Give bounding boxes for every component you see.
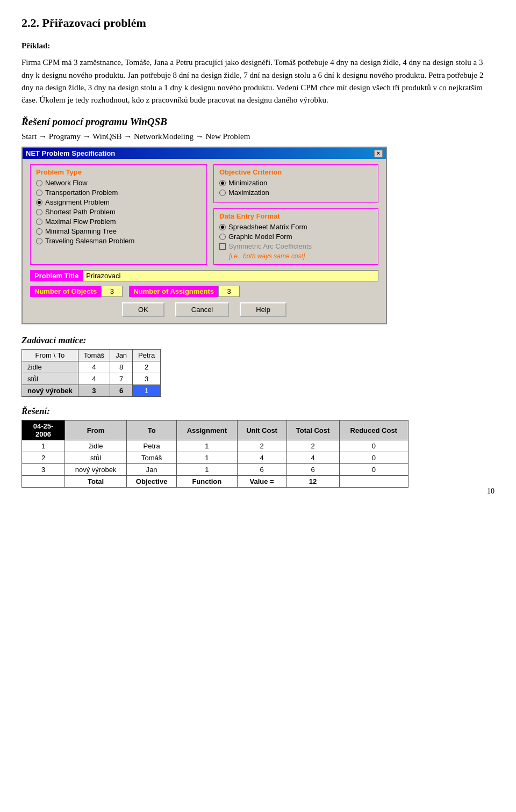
option-shortest-path[interactable]: Shortest Path Problem <box>36 208 201 216</box>
solution-col-total-cost: Total Cost <box>286 421 339 440</box>
problem-type-label: Problem Type <box>36 168 201 176</box>
option-network-flow[interactable]: Network Flow <box>36 179 201 187</box>
option-assignment[interactable]: Assignment Problem <box>36 198 201 206</box>
matrix-cell-2-2: 1 <box>133 385 161 397</box>
dialog-top-row: Problem Type Network Flow Transportation… <box>30 164 378 265</box>
num-objects-label: Number of Objects <box>30 286 101 297</box>
matrix-cell-2-0: 3 <box>78 385 110 397</box>
net-problem-dialog: NET Problem Specification × Problem Type… <box>22 147 387 324</box>
radio-transportation[interactable] <box>36 190 42 196</box>
label-maximization: Maximization <box>228 189 269 197</box>
ok-button[interactable]: OK <box>122 302 164 317</box>
radio-minimization[interactable] <box>219 180 226 186</box>
solution-to-3: Jan <box>127 464 177 476</box>
solution-value-label: Value = <box>237 476 286 488</box>
symmetric-sub-text: [i.e., both ways same cost] <box>229 252 305 260</box>
solution-assignment-2: 1 <box>177 452 237 464</box>
data-entry-label: Data Entry Format <box>219 212 372 220</box>
solution-table: 04-25-2006 From To Assignment Unit Cost … <box>22 420 408 488</box>
label-minimization: Minimization <box>228 179 267 187</box>
label-maximal-flow: Maximal Flow Problem <box>45 218 116 226</box>
label-assignment: Assignment Problem <box>45 198 110 206</box>
matrix-row-zidle: židle 4 8 2 <box>22 361 161 373</box>
solution-reduced-cost-3: 0 <box>339 464 408 476</box>
section-title: 2.2. Přiřazovací problém <box>22 16 494 30</box>
checkbox-symmetric[interactable] <box>219 243 226 250</box>
matrix-cell-1-0: 4 <box>78 373 110 385</box>
solution-row-3: 3 nový výrobek Jan 1 6 6 0 <box>22 464 408 476</box>
matrix-cell-0-0: 4 <box>78 361 110 373</box>
dialog-titlebar: NET Problem Specification × <box>23 148 386 159</box>
dialog-buttons: OK Cancel Help <box>30 302 378 317</box>
solution-num-3: 3 <box>22 464 65 476</box>
radio-traveling-salesman[interactable] <box>36 238 42 244</box>
section-number: 2.2. <box>22 16 39 30</box>
solution-heading: Řešení: <box>22 406 494 417</box>
objective-group: Objective Criterion Minimization Maximiz… <box>213 164 378 203</box>
solution-total-blank <box>22 476 65 488</box>
matrix-cell-1-1: 7 <box>110 373 133 385</box>
label-shortest-path: Shortest Path Problem <box>45 208 116 216</box>
solution-from-3: nový výrobek <box>65 464 127 476</box>
option-maximal-flow[interactable]: Maximal Flow Problem <box>36 218 201 226</box>
matrix-cell-0-1: 8 <box>110 361 133 373</box>
paragraph-1: Firma CPM má 3 zaměstnance, Tomáše, Jana… <box>22 56 494 106</box>
radio-network-flow[interactable] <box>36 180 42 186</box>
solution-col-unit-cost: Unit Cost <box>237 421 286 440</box>
data-entry-group: Data Entry Format Spreadsheet Matrix For… <box>213 208 378 265</box>
matrix-row-label-1: stůl <box>22 373 78 385</box>
option-graphic[interactable]: Graphic Model Form <box>219 233 372 241</box>
num-assignments-input[interactable] <box>218 286 240 297</box>
radio-graphic[interactable] <box>219 234 226 240</box>
radio-assignment[interactable] <box>36 199 42 206</box>
radio-shortest-path[interactable] <box>36 209 42 215</box>
label-symmetric: Symmetric Arc Coefficients <box>228 242 312 250</box>
option-traveling-salesman[interactable]: Traveling Salesman Problem <box>36 237 201 245</box>
solution-total-cost-2: 4 <box>286 452 339 464</box>
problem-title-input[interactable] <box>83 270 378 281</box>
option-minimal-spanning[interactable]: Minimal Spanning Tree <box>36 227 201 235</box>
arrow-line: Start → Programy → WinQSB → NetworkModel… <box>22 132 494 141</box>
objective-label: Objective Criterion <box>219 168 372 176</box>
solution-total-row: Total Objective Function Value = 12 <box>22 476 408 488</box>
problem-type-group: Problem Type Network Flow Transportation… <box>30 164 207 265</box>
solution-date-header: 04-25-2006 <box>22 421 65 440</box>
solution-num-1: 1 <box>22 440 65 452</box>
solution-col-reduced-cost: Reduced Cost <box>339 421 408 440</box>
option-maximization[interactable]: Maximization <box>219 189 372 197</box>
num-objects-input[interactable] <box>101 286 123 297</box>
label-transportation: Transportation Problem <box>45 189 118 197</box>
matrix-cell-1-2: 3 <box>133 373 161 385</box>
matrix-row-label-2: nový výrobek <box>22 385 78 397</box>
section-heading-text: Přiřazovací problém <box>42 16 146 30</box>
solution-total-cost-1: 2 <box>286 440 339 452</box>
num-assignments-label: Number of Assignments <box>129 286 218 297</box>
radio-maximal-flow[interactable] <box>36 219 42 225</box>
close-button[interactable]: × <box>374 150 383 157</box>
matrix-row-novy: nový výrobek 3 6 1 <box>22 385 161 397</box>
solution-total-reduced <box>339 476 408 488</box>
matrix-col-header-3: Petra <box>133 350 161 361</box>
solution-total-cost-3: 6 <box>286 464 339 476</box>
label-spreadsheet: Spreadsheet Matrix Form <box>228 223 307 231</box>
solution-col-from: From <box>65 421 127 440</box>
option-minimization[interactable]: Minimization <box>219 179 372 187</box>
solution-reduced-cost-2: 0 <box>339 452 408 464</box>
cancel-button[interactable]: Cancel <box>175 302 229 317</box>
matrix-row-stul: stůl 4 7 3 <box>22 373 161 385</box>
radio-spreadsheet[interactable] <box>219 224 226 230</box>
solution-row-1: 1 židle Petra 1 2 2 0 <box>22 440 408 452</box>
solution-to-1: Petra <box>127 440 177 452</box>
radio-minimal-spanning[interactable] <box>36 228 42 235</box>
solution-unit-cost-1: 2 <box>237 440 286 452</box>
option-spreadsheet[interactable]: Spreadsheet Matrix Form <box>219 223 372 231</box>
solution-from-1: židle <box>65 440 127 452</box>
radio-maximization[interactable] <box>219 190 226 196</box>
dialog-wrapper: NET Problem Specification × Problem Type… <box>22 147 494 324</box>
solution-num-2: 2 <box>22 452 65 464</box>
solution-assignment-3: 1 <box>177 464 237 476</box>
option-transportation[interactable]: Transportation Problem <box>36 189 201 197</box>
help-button[interactable]: Help <box>240 302 286 317</box>
solution-objective-label: Objective <box>127 476 177 488</box>
option-symmetric[interactable]: Symmetric Arc Coefficients <box>219 242 372 250</box>
